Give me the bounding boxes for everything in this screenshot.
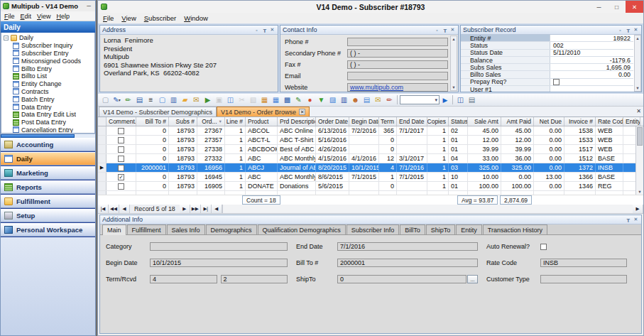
notes-icon[interactable]: ▨: [327, 94, 338, 105]
first-record-button[interactable]: |◀: [98, 205, 109, 213]
category-field[interactable]: [150, 242, 288, 251]
column-header-prd-description[interactable]: Prd Description: [278, 117, 316, 126]
grid-icon[interactable]: ▦: [271, 94, 281, 105]
hierarchy-icon[interactable]: ▩: [282, 94, 293, 105]
close-icon[interactable]: ✕: [633, 217, 639, 222]
close-icon[interactable]: ✕: [633, 27, 639, 33]
close-icon[interactable]: ✕: [626, 1, 643, 13]
column-header-end-date[interactable]: End Date: [397, 117, 427, 126]
customer-type-field[interactable]: [540, 275, 627, 283]
tree-item-billto-list[interactable]: Billto List: [3, 72, 94, 80]
tools-icon[interactable]: ✏: [384, 94, 395, 105]
pin-icon[interactable]: ┰: [442, 27, 448, 33]
scrollbar-thumb[interactable]: [1, 134, 75, 138]
column-header-copies[interactable]: Copies: [427, 117, 449, 126]
last-record-button[interactable]: ▶|: [201, 205, 212, 213]
column-header-invoice[interactable]: Invoice #: [564, 117, 596, 126]
close-icon[interactable]: ✕: [636, 108, 641, 114]
grid-hscrollbar[interactable]: [222, 205, 633, 213]
accordion-personal-workspace[interactable]: Personal Workspace: [1, 223, 95, 237]
mail-icon[interactable]: ✉: [373, 94, 383, 105]
chevron-down-icon[interactable]: ▾: [435, 97, 437, 103]
column-header-status[interactable]: Status: [449, 117, 468, 126]
minimize-icon[interactable]: ─: [590, 1, 608, 13]
tree-item-subscriber-inquiry[interactable]: Subscriber Inquiry: [3, 42, 94, 50]
close-icon[interactable]: ✕: [269, 27, 275, 33]
column-header-amt-paid[interactable]: Amt Paid: [501, 117, 534, 126]
phone-field[interactable]: [347, 38, 448, 46]
restore-icon[interactable]: ▫: [617, 28, 623, 33]
record-row-status-date[interactable]: Status Date5/11/2010: [461, 50, 633, 57]
rate-code-field[interactable]: INSB: [540, 259, 627, 267]
secondary-phone-field[interactable]: ( ) -: [347, 49, 448, 58]
tab-qualification-demographics[interactable]: Qualification Demographics: [258, 224, 346, 234]
tree-item-billto-entry[interactable]: Billto Entry: [3, 65, 94, 72]
tab-billto[interactable]: BillTo: [400, 224, 425, 234]
table-row[interactable]: 018793273321ABCABC Monthly4/15/20164/1/2…: [98, 154, 643, 163]
record-row-status[interactable]: Status002: [461, 42, 633, 49]
record-row-balance[interactable]: Balance-1179.6: [461, 57, 633, 64]
menu-view[interactable]: View: [37, 13, 50, 20]
tab-v14-demo-order-browse[interactable]: V14 Demo - Order Browse✕: [217, 107, 310, 116]
menu-help[interactable]: Help: [56, 13, 70, 20]
scroll-down-icon[interactable]: ▼: [638, 190, 641, 195]
table-row[interactable]: 018793273671ABCOLABC Online6/13/20167/2/…: [98, 126, 643, 136]
shipto-field[interactable]: 0: [337, 275, 466, 283]
form-edit-icon[interactable]: ✎: [293, 94, 304, 105]
end-date-field[interactable]: 7/1/2016: [337, 242, 478, 251]
comment-checkbox[interactable]: [118, 156, 124, 162]
tab-fulfillment[interactable]: Fulfillment: [127, 224, 166, 234]
tab-shipto[interactable]: ShipTo: [426, 224, 456, 234]
contact-icon[interactable]: ☻: [350, 94, 361, 105]
accordion-accounting[interactable]: Accounting: [1, 138, 95, 151]
record-row-user-1[interactable]: User #1: [461, 86, 633, 92]
tree-item-misconsigned-goods[interactable]: Misconsigned Goods: [3, 57, 94, 65]
tree-item-post-data-entry[interactable]: Post Data Entry: [3, 119, 94, 126]
column-header-order-date[interactable]: Order Date: [316, 117, 349, 126]
print-icon[interactable]: ▤: [466, 94, 477, 105]
list-view-icon[interactable]: ≡: [146, 94, 156, 105]
table-row[interactable]: 018793273381ABCBOOKBest of ABC Book4/26/…: [98, 145, 643, 154]
menu-subscriber[interactable]: Subscriber: [144, 14, 176, 22]
next-record-button[interactable]: ▶: [180, 205, 190, 213]
table-row[interactable]: ✓018793169451ABCABC Monthly8/6/20157/1/2…: [98, 173, 643, 182]
restore-icon[interactable]: ▫: [434, 28, 440, 33]
tree-item-subscriber-entry[interactable]: Subscriber Entry: [3, 50, 94, 58]
accordion-marketing[interactable]: Marketing: [1, 166, 95, 180]
tree-item-contracts[interactable]: Contracts: [3, 88, 94, 96]
scroll-right-button[interactable]: ▶: [633, 205, 643, 213]
comment-checkbox[interactable]: [118, 146, 124, 153]
folder-open-icon[interactable]: ▰: [180, 94, 190, 105]
accordion-daily[interactable]: Daily: [1, 152, 95, 166]
comment-checkbox[interactable]: [118, 137, 124, 143]
menu-file[interactable]: File: [103, 14, 114, 22]
send-mail-icon[interactable]: ✉: [191, 94, 202, 105]
pin-icon[interactable]: ┰: [625, 217, 631, 222]
restore-icon[interactable]: ▫: [253, 28, 260, 33]
tree-item-batch-entry[interactable]: Batch Entry: [3, 95, 94, 103]
contact-scrollbar[interactable]: ▲▼: [450, 36, 457, 91]
preview-icon[interactable]: ◫: [455, 94, 466, 105]
tree-item-cancellation-entry[interactable]: Cancellation Entry: [3, 126, 94, 134]
next-page-button[interactable]: ▶▶: [190, 205, 201, 213]
comment-checkbox[interactable]: ✓: [118, 174, 124, 180]
comment-checkbox[interactable]: [118, 183, 124, 190]
tab-main[interactable]: Main: [102, 224, 126, 235]
table-row[interactable]: ▶200000118793169561ABCJJournal of ABC8/2…: [98, 163, 643, 173]
maximize-icon[interactable]: □: [608, 1, 626, 13]
alert-icon[interactable]: ●: [305, 94, 315, 105]
browse-button[interactable]: ...: [467, 275, 478, 283]
column-header-term[interactable]: Term: [379, 117, 397, 126]
table-row[interactable]: 018793169051DONATEDonations5/6/201501011…: [98, 182, 643, 191]
subscriber-scrollbar[interactable]: ▲▼: [634, 35, 641, 92]
column-header-ord[interactable]: Ord...▼: [197, 117, 225, 126]
tree-item-entity-change[interactable]: Entity Change: [3, 80, 94, 88]
prev-record-button[interactable]: ◀: [119, 205, 130, 213]
prev-page-button[interactable]: ◀◀: [109, 205, 119, 213]
tree-root[interactable]: −Daily: [3, 34, 94, 42]
tree-item-data-entry[interactable]: Data Entry: [3, 103, 94, 111]
pin-icon[interactable]: ┰: [625, 27, 631, 33]
scrollbar-thumb[interactable]: [637, 127, 643, 146]
accordion-setup[interactable]: Setup: [1, 209, 95, 222]
column-header-rate-code[interactable]: Rate Code: [596, 117, 623, 126]
